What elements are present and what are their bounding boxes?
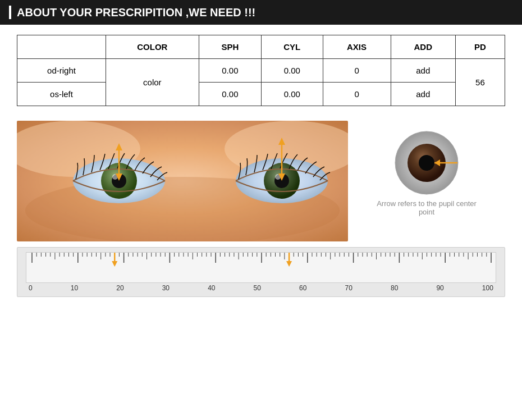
od-axis: 0 bbox=[323, 59, 391, 83]
table-row-os: os-left 0.00 0.00 0 add bbox=[17, 83, 505, 106]
od-cyl: 0.00 bbox=[262, 59, 323, 83]
table-row-od: od-right color 0.00 0.00 0 add 56 bbox=[17, 59, 505, 83]
ruler-num-80: 80 bbox=[391, 284, 398, 292]
col-header-empty bbox=[17, 35, 106, 59]
os-add: add bbox=[391, 83, 455, 106]
eye-section: Arrow refers to the pupil center point bbox=[0, 121, 522, 241]
col-header-cyl: CYL bbox=[262, 35, 323, 59]
svg-point-21 bbox=[419, 155, 434, 171]
col-header-pd: PD bbox=[455, 35, 505, 59]
os-cyl: 0.00 bbox=[262, 83, 323, 106]
col-header-axis: AXIS bbox=[323, 35, 391, 59]
table-header-row: COLOR SPH CYL AXIS ADD PD bbox=[17, 35, 505, 59]
header-accent-bar bbox=[9, 6, 11, 19]
pd-cell: 56 bbox=[455, 59, 505, 106]
color-cell: color bbox=[106, 59, 199, 106]
od-add: add bbox=[391, 59, 455, 83]
col-header-color: COLOR bbox=[106, 35, 199, 59]
eye-photo-svg bbox=[17, 121, 348, 241]
ruler-container: ruler ticks bbox=[26, 252, 496, 283]
eye-diagram-svg bbox=[393, 129, 460, 197]
os-label: os-left bbox=[17, 83, 106, 106]
ruler-numbers: 0 10 20 30 40 50 60 70 80 90 100 bbox=[26, 283, 496, 292]
od-label: od-right bbox=[17, 59, 106, 83]
ruler-num-10: 10 bbox=[71, 284, 78, 292]
ruler-num-100: 100 bbox=[482, 284, 493, 292]
eye-diagram bbox=[393, 129, 460, 197]
ruler-num-70: 70 bbox=[345, 284, 352, 292]
ruler-num-40: 40 bbox=[208, 284, 215, 292]
ruler-num-90: 90 bbox=[436, 284, 443, 292]
eye-image bbox=[17, 121, 348, 241]
ruler-num-30: 30 bbox=[162, 284, 170, 292]
svg-marker-129 bbox=[286, 261, 292, 267]
svg-marker-127 bbox=[112, 261, 117, 267]
prescription-table: COLOR SPH CYL AXIS ADD PD od-right color… bbox=[17, 35, 505, 106]
ruler-section: ruler ticks 0 10 20 30 40 50 60 70 80 90… bbox=[17, 247, 505, 297]
ruler-num-20: 20 bbox=[116, 284, 123, 292]
col-header-add: ADD bbox=[391, 35, 455, 59]
page-title: ABOUT YOUR PRESCRIPITION ,WE NEED !!! bbox=[17, 6, 255, 19]
arrow-caption: Arrow refers to the pupil center point bbox=[370, 199, 483, 216]
ruler-svg: ruler ticks bbox=[26, 253, 496, 278]
prescription-table-section: COLOR SPH CYL AXIS ADD PD od-right color… bbox=[0, 25, 522, 116]
os-axis: 0 bbox=[323, 83, 391, 106]
od-sph: 0.00 bbox=[199, 59, 261, 83]
col-header-sph: SPH bbox=[199, 35, 261, 59]
page-header: ABOUT YOUR PRESCRIPITION ,WE NEED !!! bbox=[0, 0, 522, 25]
ruler-num-50: 50 bbox=[254, 284, 261, 292]
os-sph: 0.00 bbox=[199, 83, 261, 106]
ruler-num-0: 0 bbox=[29, 284, 33, 292]
ruler-num-60: 60 bbox=[299, 284, 306, 292]
